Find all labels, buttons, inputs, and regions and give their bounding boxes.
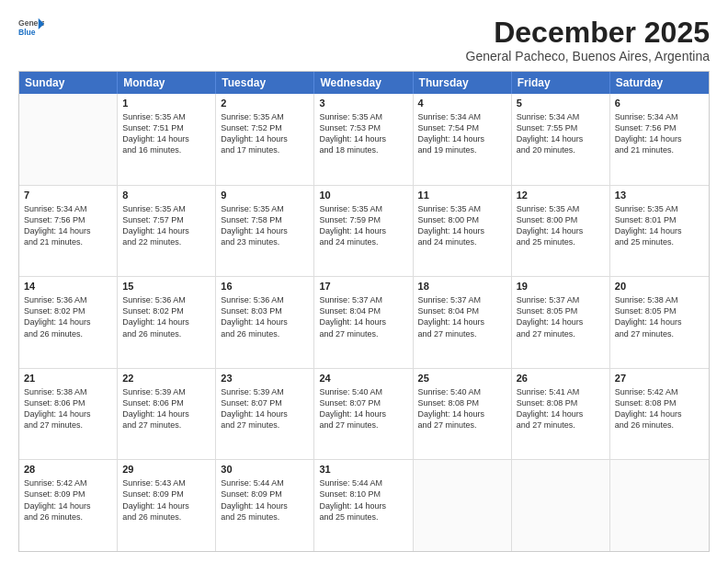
calendar-week-row: 7Sunrise: 5:34 AM Sunset: 7:56 PM Daylig… bbox=[19, 186, 709, 278]
logo: General Blue bbox=[18, 17, 46, 37]
calendar-cell bbox=[512, 460, 610, 551]
calendar-cell: 19Sunrise: 5:37 AM Sunset: 8:05 PM Dayli… bbox=[512, 277, 610, 368]
calendar-week-row: 14Sunrise: 5:36 AM Sunset: 8:02 PM Dayli… bbox=[19, 277, 709, 369]
day-number: 10 bbox=[319, 189, 407, 202]
day-number: 19 bbox=[517, 280, 605, 293]
calendar-header-cell: Friday bbox=[512, 72, 610, 94]
day-number: 25 bbox=[418, 372, 506, 385]
cell-info: Sunrise: 5:35 AM Sunset: 7:59 PM Dayligh… bbox=[319, 203, 407, 248]
cell-info: Sunrise: 5:41 AM Sunset: 8:08 PM Dayligh… bbox=[517, 386, 605, 431]
day-number: 18 bbox=[418, 280, 506, 293]
calendar-cell: 7Sunrise: 5:34 AM Sunset: 7:56 PM Daylig… bbox=[19, 186, 118, 277]
logo-icon: General Blue bbox=[18, 17, 44, 37]
day-number: 17 bbox=[319, 280, 407, 293]
day-number: 3 bbox=[319, 97, 407, 110]
day-number: 9 bbox=[221, 189, 309, 202]
calendar-cell: 21Sunrise: 5:38 AM Sunset: 8:06 PM Dayli… bbox=[19, 369, 118, 460]
cell-info: Sunrise: 5:37 AM Sunset: 8:04 PM Dayligh… bbox=[418, 294, 506, 339]
svg-text:Blue: Blue bbox=[18, 28, 36, 37]
subtitle: General Pacheco, Buenos Aires, Argentina bbox=[466, 49, 710, 63]
cell-info: Sunrise: 5:35 AM Sunset: 7:53 PM Dayligh… bbox=[319, 111, 407, 156]
calendar-cell: 25Sunrise: 5:40 AM Sunset: 8:08 PM Dayli… bbox=[414, 369, 512, 460]
calendar-cell: 18Sunrise: 5:37 AM Sunset: 8:04 PM Dayli… bbox=[414, 277, 512, 368]
cell-info: Sunrise: 5:35 AM Sunset: 8:00 PM Dayligh… bbox=[517, 203, 605, 248]
cell-info: Sunrise: 5:34 AM Sunset: 7:56 PM Dayligh… bbox=[24, 203, 112, 248]
day-number: 28 bbox=[24, 463, 112, 477]
day-number: 4 bbox=[418, 97, 506, 110]
day-number: 21 bbox=[24, 372, 112, 385]
day-number: 29 bbox=[122, 463, 210, 477]
calendar-cell: 26Sunrise: 5:41 AM Sunset: 8:08 PM Dayli… bbox=[512, 369, 610, 460]
calendar-cell: 28Sunrise: 5:42 AM Sunset: 8:09 PM Dayli… bbox=[19, 460, 118, 551]
cell-info: Sunrise: 5:35 AM Sunset: 8:01 PM Dayligh… bbox=[615, 203, 704, 248]
main-title: December 2025 bbox=[466, 17, 710, 49]
calendar-week-row: 1Sunrise: 5:35 AM Sunset: 7:51 PM Daylig… bbox=[19, 94, 709, 186]
calendar-cell: 15Sunrise: 5:36 AM Sunset: 8:02 PM Dayli… bbox=[118, 277, 216, 368]
calendar-cell: 14Sunrise: 5:36 AM Sunset: 8:02 PM Dayli… bbox=[19, 277, 118, 368]
calendar-cell: 17Sunrise: 5:37 AM Sunset: 8:04 PM Dayli… bbox=[314, 277, 413, 368]
calendar-cell: 6Sunrise: 5:34 AM Sunset: 7:56 PM Daylig… bbox=[610, 94, 709, 185]
cell-info: Sunrise: 5:34 AM Sunset: 7:56 PM Dayligh… bbox=[615, 111, 704, 156]
title-block: December 2025 General Pacheco, Buenos Ai… bbox=[466, 17, 710, 63]
cell-info: Sunrise: 5:44 AM Sunset: 8:09 PM Dayligh… bbox=[221, 477, 309, 523]
day-number: 30 bbox=[221, 463, 309, 477]
day-number: 26 bbox=[517, 372, 605, 385]
calendar-week-row: 28Sunrise: 5:42 AM Sunset: 8:09 PM Dayli… bbox=[19, 460, 709, 551]
calendar-cell: 4Sunrise: 5:34 AM Sunset: 7:54 PM Daylig… bbox=[414, 94, 512, 185]
cell-info: Sunrise: 5:40 AM Sunset: 8:07 PM Dayligh… bbox=[319, 386, 407, 431]
day-number: 5 bbox=[517, 97, 605, 110]
day-number: 2 bbox=[221, 97, 309, 110]
calendar-cell bbox=[414, 460, 512, 551]
header: General Blue December 2025 General Pache… bbox=[18, 17, 710, 63]
calendar-header-cell: Thursday bbox=[414, 72, 512, 94]
calendar-cell: 11Sunrise: 5:35 AM Sunset: 8:00 PM Dayli… bbox=[414, 186, 512, 277]
cell-info: Sunrise: 5:42 AM Sunset: 8:08 PM Dayligh… bbox=[615, 386, 704, 431]
cell-info: Sunrise: 5:35 AM Sunset: 7:58 PM Dayligh… bbox=[221, 203, 309, 248]
calendar-cell: 3Sunrise: 5:35 AM Sunset: 7:53 PM Daylig… bbox=[314, 94, 413, 185]
cell-info: Sunrise: 5:42 AM Sunset: 8:09 PM Dayligh… bbox=[24, 477, 112, 523]
calendar-cell: 12Sunrise: 5:35 AM Sunset: 8:00 PM Dayli… bbox=[512, 186, 610, 277]
cell-info: Sunrise: 5:35 AM Sunset: 7:57 PM Dayligh… bbox=[122, 203, 210, 248]
calendar-cell: 24Sunrise: 5:40 AM Sunset: 8:07 PM Dayli… bbox=[314, 369, 413, 460]
calendar-week-row: 21Sunrise: 5:38 AM Sunset: 8:06 PM Dayli… bbox=[19, 369, 709, 461]
cell-info: Sunrise: 5:43 AM Sunset: 8:09 PM Dayligh… bbox=[122, 477, 210, 523]
calendar-cell bbox=[610, 460, 709, 551]
cell-info: Sunrise: 5:35 AM Sunset: 7:52 PM Dayligh… bbox=[221, 111, 309, 156]
calendar-header-cell: Monday bbox=[118, 72, 216, 94]
cell-info: Sunrise: 5:36 AM Sunset: 8:03 PM Dayligh… bbox=[221, 294, 309, 339]
day-number: 31 bbox=[319, 463, 407, 477]
calendar-cell: 31Sunrise: 5:44 AM Sunset: 8:10 PM Dayli… bbox=[314, 460, 413, 551]
cell-info: Sunrise: 5:36 AM Sunset: 8:02 PM Dayligh… bbox=[24, 294, 112, 339]
day-number: 13 bbox=[615, 189, 704, 202]
calendar-header-cell: Tuesday bbox=[216, 72, 314, 94]
cell-info: Sunrise: 5:37 AM Sunset: 8:05 PM Dayligh… bbox=[517, 294, 605, 339]
calendar-cell: 20Sunrise: 5:38 AM Sunset: 8:05 PM Dayli… bbox=[610, 277, 709, 368]
cell-info: Sunrise: 5:40 AM Sunset: 8:08 PM Dayligh… bbox=[418, 386, 506, 431]
calendar-body: 1Sunrise: 5:35 AM Sunset: 7:51 PM Daylig… bbox=[19, 94, 709, 551]
day-number: 23 bbox=[221, 372, 309, 385]
cell-info: Sunrise: 5:37 AM Sunset: 8:04 PM Dayligh… bbox=[319, 294, 407, 339]
calendar-cell bbox=[19, 94, 118, 185]
day-number: 24 bbox=[319, 372, 407, 385]
calendar-cell: 8Sunrise: 5:35 AM Sunset: 7:57 PM Daylig… bbox=[118, 186, 216, 277]
cell-info: Sunrise: 5:36 AM Sunset: 8:02 PM Dayligh… bbox=[122, 294, 210, 339]
calendar-cell: 23Sunrise: 5:39 AM Sunset: 8:07 PM Dayli… bbox=[216, 369, 314, 460]
cell-info: Sunrise: 5:39 AM Sunset: 8:07 PM Dayligh… bbox=[221, 386, 309, 431]
calendar-cell: 5Sunrise: 5:34 AM Sunset: 7:55 PM Daylig… bbox=[512, 94, 610, 185]
calendar-cell: 13Sunrise: 5:35 AM Sunset: 8:01 PM Dayli… bbox=[610, 186, 709, 277]
day-number: 27 bbox=[615, 372, 704, 385]
calendar-header-cell: Saturday bbox=[610, 72, 709, 94]
calendar-cell: 29Sunrise: 5:43 AM Sunset: 8:09 PM Dayli… bbox=[118, 460, 216, 551]
day-number: 12 bbox=[517, 189, 605, 202]
calendar-cell: 1Sunrise: 5:35 AM Sunset: 7:51 PM Daylig… bbox=[118, 94, 216, 185]
day-number: 8 bbox=[122, 189, 210, 202]
calendar-cell: 2Sunrise: 5:35 AM Sunset: 7:52 PM Daylig… bbox=[216, 94, 314, 185]
calendar: SundayMondayTuesdayWednesdayThursdayFrid… bbox=[18, 71, 710, 552]
page: General Blue December 2025 General Pache… bbox=[0, 0, 728, 563]
calendar-header-row: SundayMondayTuesdayWednesdayThursdayFrid… bbox=[19, 72, 709, 94]
calendar-cell: 30Sunrise: 5:44 AM Sunset: 8:09 PM Dayli… bbox=[216, 460, 314, 551]
cell-info: Sunrise: 5:44 AM Sunset: 8:10 PM Dayligh… bbox=[319, 477, 407, 523]
day-number: 7 bbox=[24, 189, 112, 202]
calendar-header-cell: Wednesday bbox=[314, 72, 413, 94]
cell-info: Sunrise: 5:39 AM Sunset: 8:06 PM Dayligh… bbox=[122, 386, 210, 431]
